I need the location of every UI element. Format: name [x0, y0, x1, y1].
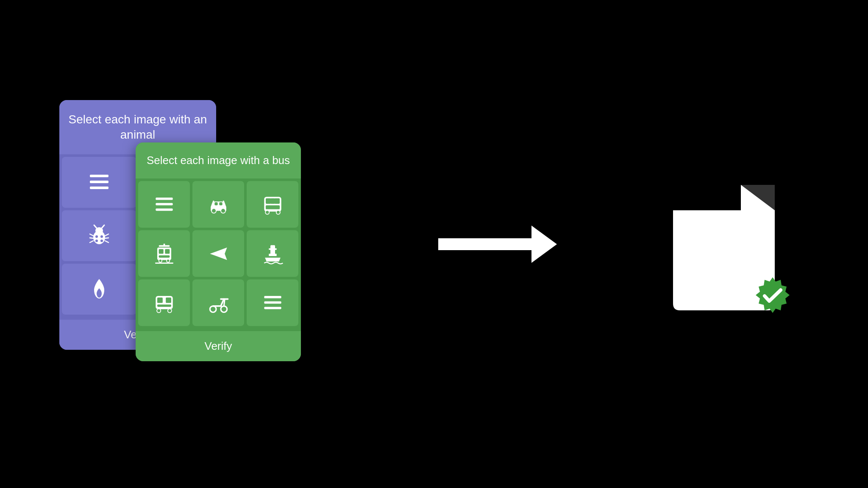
bus-cell-ship[interactable]: [247, 230, 298, 277]
svg-line-12: [94, 225, 97, 228]
svg-point-55: [210, 306, 216, 312]
bus-verify-label: Verify: [204, 340, 232, 352]
bus-captcha-card[interactable]: Select each image with a bus: [136, 142, 301, 362]
bus-cell-lines[interactable]: [138, 181, 190, 228]
bus-cell-lines-2[interactable]: [247, 279, 298, 326]
svg-rect-31: [266, 198, 271, 204]
svg-rect-63: [264, 307, 281, 309]
plane-icon: [207, 242, 230, 265]
scooter-icon: [207, 291, 230, 315]
svg-line-19: [105, 241, 108, 243]
svg-point-54: [167, 309, 171, 312]
svg-rect-40: [159, 255, 170, 258]
svg-line-18: [105, 238, 108, 238]
bus-cell-car[interactable]: [192, 181, 244, 228]
svg-point-9: [100, 235, 103, 238]
car-icon: [207, 193, 230, 216]
svg-point-26: [211, 208, 216, 213]
svg-rect-50: [157, 297, 163, 303]
bus-cell-scooter[interactable]: [192, 279, 244, 326]
bus-card-header: Select each image with a bus: [136, 142, 301, 179]
svg-rect-38: [159, 249, 163, 254]
svg-rect-42: [163, 243, 165, 246]
arrow-head: [531, 226, 557, 263]
svg-rect-46: [270, 245, 275, 249]
arrow-area: [348, 226, 648, 263]
animal-card-title: Select each image with an animal: [69, 113, 207, 141]
badge-svg: [749, 274, 796, 321]
svg-point-8: [95, 235, 98, 238]
svg-rect-33: [266, 205, 280, 209]
svg-rect-2: [90, 187, 108, 189]
svg-rect-0: [90, 175, 108, 177]
fire-icon: [86, 276, 112, 302]
bus-front-icon: [261, 193, 284, 216]
svg-point-43: [159, 259, 161, 262]
bus-bottom-icon: [153, 291, 176, 315]
bug-icon: [86, 223, 112, 248]
scene: Select each image with an animal: [0, 0, 868, 488]
svg-point-53: [157, 309, 161, 312]
tram-icon: [153, 242, 176, 265]
bus-card-title: Select each image with a bus: [147, 154, 290, 167]
svg-rect-25: [156, 208, 172, 211]
svg-rect-47: [267, 250, 270, 254]
svg-rect-61: [264, 296, 281, 298]
captcha-area: Select each image with an animal: [59, 75, 348, 414]
svg-rect-1: [90, 181, 108, 183]
svg-rect-32: [274, 198, 280, 204]
svg-line-15: [90, 238, 93, 238]
svg-point-34: [265, 210, 269, 214]
lines-icon-bus-2: [261, 291, 284, 315]
svg-point-35: [276, 210, 280, 214]
arrow: [438, 226, 557, 263]
svg-line-60: [224, 299, 225, 306]
lines-icon: [86, 170, 112, 195]
svg-rect-24: [156, 203, 172, 206]
svg-rect-29: [219, 202, 222, 205]
svg-point-44: [167, 259, 170, 262]
svg-rect-62: [264, 301, 281, 304]
svg-rect-36: [270, 198, 274, 204]
ship-icon: [261, 242, 284, 265]
bus-cell-tram[interactable]: [138, 230, 190, 277]
svg-rect-51: [166, 297, 171, 303]
svg-line-17: [105, 234, 108, 236]
bus-cell-bus-bottom[interactable]: [138, 279, 190, 326]
bus-cell-bus-front[interactable]: [247, 181, 298, 228]
svg-rect-28: [214, 202, 217, 205]
bus-grid: [136, 178, 301, 329]
svg-rect-23: [156, 198, 172, 200]
svg-rect-48: [275, 250, 278, 254]
svg-line-13: [102, 225, 104, 228]
arrow-shaft: [438, 238, 531, 250]
svg-point-10: [95, 240, 98, 242]
bus-card-footer[interactable]: Verify: [136, 331, 301, 361]
bus-cell-plane[interactable]: [192, 230, 244, 277]
document-area: [648, 159, 800, 329]
animal-cell-bug[interactable]: [62, 210, 136, 261]
verified-badge: [749, 274, 796, 321]
svg-line-16: [90, 241, 93, 243]
lines-icon-bus: [153, 193, 176, 216]
svg-line-14: [90, 234, 93, 236]
animal-cell-fire[interactable]: [62, 264, 136, 315]
document-icon: [665, 176, 783, 312]
svg-point-56: [221, 306, 227, 312]
svg-rect-52: [157, 304, 171, 307]
svg-point-27: [221, 208, 225, 213]
svg-point-11: [100, 240, 103, 242]
svg-rect-39: [165, 249, 170, 254]
animal-cell-lines-1[interactable]: [62, 157, 136, 208]
